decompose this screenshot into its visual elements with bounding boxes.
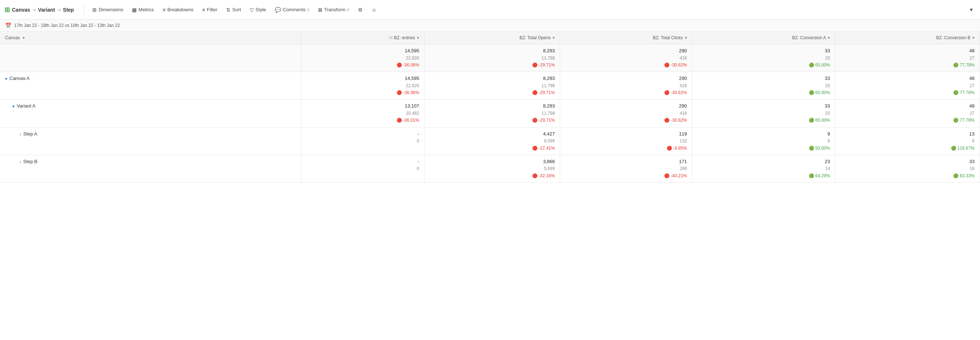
data-table-wrap: Canvas ▾ ↑≡ BZ: entries ▾ BZ: Total Open… <box>0 32 980 183</box>
summary-cell-1: 8,293 11,798 🔴 -29.71% <box>425 44 560 72</box>
row-0-change-0: 🔴 -36.06% <box>306 89 419 96</box>
row-1-cell-3: 33 20 🟢 65.00% <box>692 100 835 127</box>
summary-cell-3: 33 20 🟢 65.00% <box>692 44 835 72</box>
row-1-change-2: 🔴 -30.62% <box>565 117 687 124</box>
row-3-cell-4: 33 18 🟢 83.33% <box>835 155 980 182</box>
sort-asc-icon: ↑≡ <box>388 35 393 40</box>
table-header-row: Canvas ▾ ↑≡ BZ: entries ▾ BZ: Total Open… <box>0 32 980 44</box>
row-chevron-canvas_a[interactable]: ▾ <box>5 76 7 81</box>
change-dot-3: 🟢 <box>809 62 814 69</box>
row-3-change-1: 🔴 -32.16% <box>430 173 555 180</box>
row-2-cell-1: 4,427 6,099 🔴 -27.41% <box>425 127 560 155</box>
grid-icon: ⊞ <box>4 6 10 14</box>
col-opens-chevron: ▾ <box>552 35 555 40</box>
row-1-change-dot-4: 🟢 <box>953 117 959 124</box>
col-canvas-chevron: ▾ <box>22 35 25 40</box>
row-0-change-3: 🟢 65.00% <box>698 89 830 96</box>
summary-change-0: 🔴 -36.06% <box>306 62 419 69</box>
comments-label: Comments <box>283 7 306 12</box>
transform-button[interactable]: ⊠ Transformβ <box>314 5 353 14</box>
metrics-button[interactable]: ▦ Metrics <box>128 5 158 14</box>
row-2-cell-3: 9 6 🟢 50.00% <box>692 127 835 155</box>
row-0-change-1: 🔴 -29.71% <box>430 89 555 96</box>
table-row-canvas_a: ▾ Canvas A 14,595 22,826 🔴 -36.06% 8,293… <box>0 72 980 100</box>
emoji-button[interactable]: ☺ <box>368 5 380 14</box>
col-canvas-label: Canvas <box>5 35 20 40</box>
dimensions-label: Dimensions <box>99 7 123 12</box>
summary-row: 14,595 22,826 🔴 -36.06% 8,293 11,798 🔴 -… <box>0 44 980 72</box>
comments-button[interactable]: 💬 Commentsβ <box>271 5 313 14</box>
row-chevron-step_b[interactable]: › <box>20 159 21 165</box>
date-range-text: 17th Jan 22 - 19th Jan 22 vs 10th Jan 22… <box>14 23 120 28</box>
sort-icon: ⇅ <box>226 7 231 13</box>
col-conv-a[interactable]: BZ: Conversion A ▾ <box>692 32 835 44</box>
page-title: ⊞ Canvas → Variant → Step <box>4 6 74 14</box>
dimensions-icon: ⊞ <box>92 7 97 13</box>
col-entries-label: BZ: entries <box>394 35 415 40</box>
col-opens-label: BZ: Total Opens <box>519 35 551 40</box>
col-entries[interactable]: ↑≡ BZ: entries ▾ <box>301 32 424 44</box>
row-chevron-step_a[interactable]: › <box>20 132 21 137</box>
summary-cell-2: 290 418 🔴 -30.62% <box>560 44 692 72</box>
row-2-change-2: 🔴 -9.85% <box>565 145 687 152</box>
toolbar-dropdown-icon[interactable]: ▾ <box>967 5 976 14</box>
title-text: Canvas → Variant → Step <box>12 7 74 13</box>
row-1-change-3: 🟢 65.00% <box>698 117 830 124</box>
row-2-cell-0: - 0 <box>301 127 424 155</box>
sort-button[interactable]: ⇅ Sort <box>223 5 245 14</box>
row-2-change-1: 🔴 -27.41% <box>430 145 555 152</box>
row-1-cell-4: 48 27 🟢 77.78% <box>835 100 980 127</box>
transform-beta: β <box>347 8 349 12</box>
col-total-opens[interactable]: BZ: Total Opens ▾ <box>425 32 560 44</box>
col-clicks-chevron: ▾ <box>685 35 687 40</box>
row-1-cell-0: 13,107 20,482 🔴 -36.01% <box>301 100 424 127</box>
style-button[interactable]: ▽ Style <box>246 5 270 14</box>
row-0-change-2: 🔴 -30.62% <box>565 89 687 96</box>
emoji-icon: ☺ <box>372 7 377 13</box>
breakdowns-button[interactable]: ≡ Breakdowns <box>159 5 197 14</box>
filter-button[interactable]: ≡ Filter <box>199 5 221 14</box>
data-table: Canvas ▾ ↑≡ BZ: entries ▾ BZ: Total Open… <box>0 32 980 183</box>
change-dot-4: 🟢 <box>953 62 959 69</box>
row-0-cell-1: 8,293 11,798 🔴 -29.71% <box>425 72 560 100</box>
row-0-change-dot-3: 🟢 <box>809 89 814 96</box>
row-1-change-1: 🔴 -29.71% <box>430 117 555 124</box>
summary-change-4: 🟢 77.78% <box>840 62 975 69</box>
metrics-icon: ▦ <box>132 7 137 13</box>
row-label-text-step_b: Step B <box>23 159 37 164</box>
row-chevron-variant_a[interactable]: ▾ <box>12 104 14 109</box>
style-label: Style <box>256 7 266 12</box>
col-clicks-label: BZ: Total Clicks <box>653 35 682 40</box>
col-conv-b[interactable]: BZ: Conversion B ▾ <box>835 32 980 44</box>
row-2-change-3: 🟢 50.00% <box>698 145 830 152</box>
col-total-clicks[interactable]: BZ: Total Clicks ▾ <box>560 32 692 44</box>
row-3-cell-3: 23 14 🟢 64.29% <box>692 155 835 182</box>
breakdowns-icon: ≡ <box>162 7 165 13</box>
col-canvas[interactable]: Canvas ▾ <box>0 32 301 44</box>
toolbar: ⊞ Canvas → Variant → Step ⊞ Dimensions ▦… <box>0 0 980 20</box>
row-2-change-dot-4: 🟢 <box>951 145 956 152</box>
row-2-change-dot-3: 🟢 <box>809 145 814 152</box>
filter-icon: ≡ <box>202 7 205 13</box>
row-0-cell-3: 33 20 🟢 65.00% <box>692 72 835 100</box>
settings-button[interactable]: ⚙ <box>355 5 366 14</box>
row-3-change-4: 🟢 83.33% <box>840 173 975 180</box>
style-icon: ▽ <box>250 7 254 13</box>
transform-icon: ⊠ <box>318 7 323 13</box>
dimensions-button[interactable]: ⊞ Dimensions <box>89 5 127 14</box>
change-dot-2: 🔴 <box>664 62 670 69</box>
row-1-change-dot-0: 🔴 <box>396 117 402 124</box>
col-conv-a-label: BZ: Conversion A <box>792 35 826 40</box>
row-label-cell-variant_a: ▾ Variant A <box>0 100 301 127</box>
row-1-cell-2: 290 418 🔴 -30.62% <box>560 100 692 127</box>
row-1-cell-1: 8,293 11,798 🔴 -29.71% <box>425 100 560 127</box>
row-3-change-2: 🔴 -40.21% <box>565 173 687 180</box>
row-3-change-dot-2: 🔴 <box>664 173 670 180</box>
row-label-cell-step_b: › Step B <box>0 155 301 182</box>
calendar-icon: 📅 <box>5 22 11 28</box>
table-row-step_b: › Step B - 0 3,866 5,699 🔴 -32.16% 171 2… <box>0 155 980 182</box>
row-2-change-dot-2: 🔴 <box>667 145 672 152</box>
table-row-step_a: › Step A - 0 4,427 6,099 🔴 -27.41% 119 1… <box>0 127 980 155</box>
summary-change-3: 🟢 65.00% <box>698 62 830 69</box>
toolbar-separator <box>84 5 84 15</box>
